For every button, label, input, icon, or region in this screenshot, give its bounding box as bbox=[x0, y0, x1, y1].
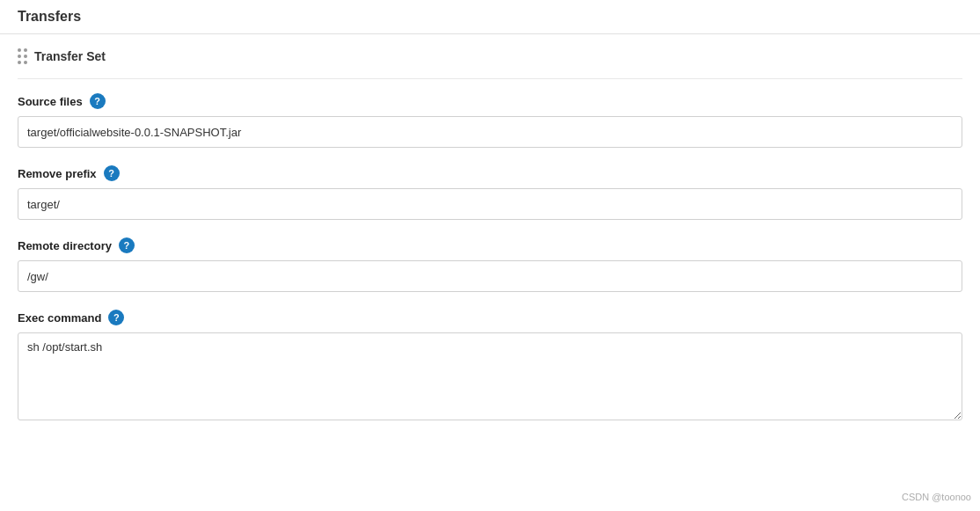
transfer-set-section: Transfer Set Source files ? Remove prefi… bbox=[0, 34, 980, 456]
transfer-set-title: Transfer Set bbox=[34, 49, 106, 63]
remove-prefix-input[interactable] bbox=[18, 188, 962, 220]
section-divider bbox=[18, 78, 962, 79]
source-files-group: Source files ? bbox=[18, 93, 962, 148]
transfer-set-header: Transfer Set bbox=[18, 48, 962, 64]
remote-directory-group: Remote directory ? bbox=[18, 237, 962, 292]
exec-command-group: Exec command ? bbox=[18, 310, 962, 424]
remove-prefix-label-row: Remove prefix ? bbox=[18, 165, 962, 181]
remove-prefix-group: Remove prefix ? bbox=[18, 165, 962, 220]
remote-directory-help-icon[interactable]: ? bbox=[119, 237, 135, 253]
exec-command-label: Exec command bbox=[18, 311, 101, 325]
exec-command-label-row: Exec command ? bbox=[18, 310, 962, 325]
drag-handle[interactable] bbox=[18, 48, 27, 64]
page-wrapper: Transfers Transfer Set Source files ? bbox=[0, 0, 980, 511]
remote-directory-label: Remote directory bbox=[18, 239, 112, 252]
remove-prefix-help-icon[interactable]: ? bbox=[104, 165, 120, 181]
watermark: CSDN @toonoo bbox=[902, 492, 971, 502]
page-header: Transfers bbox=[0, 0, 980, 34]
remote-directory-label-row: Remote directory ? bbox=[18, 237, 962, 253]
source-files-input[interactable] bbox=[18, 116, 962, 148]
source-files-label: Source files bbox=[18, 95, 83, 108]
source-files-help-icon[interactable]: ? bbox=[90, 93, 106, 109]
remote-directory-input[interactable] bbox=[18, 260, 962, 292]
remove-prefix-label: Remove prefix bbox=[18, 167, 97, 180]
source-files-label-row: Source files ? bbox=[18, 93, 962, 109]
main-content: Transfer Set Source files ? Remove prefi… bbox=[0, 34, 980, 511]
page-title: Transfers bbox=[18, 9, 81, 25]
exec-command-textarea[interactable] bbox=[18, 332, 962, 420]
exec-command-help-icon[interactable]: ? bbox=[108, 310, 124, 325]
